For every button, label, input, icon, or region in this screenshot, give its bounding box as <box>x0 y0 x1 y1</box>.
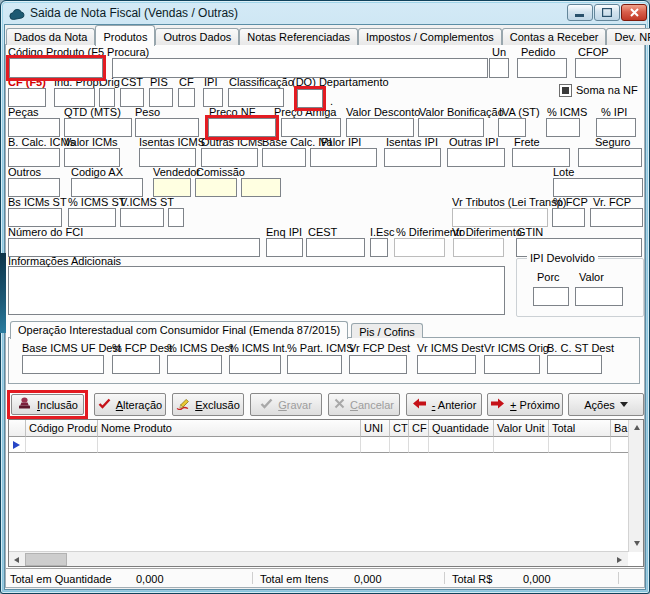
tab-outros-dados[interactable]: Outros Dados <box>155 28 239 45</box>
pedido-field[interactable] <box>517 58 567 78</box>
valor-desconto-field[interactable] <box>346 118 414 137</box>
scroll-down-button[interactable] <box>629 536 644 551</box>
comissao-field-2[interactable] <box>241 178 281 197</box>
minimize-icon <box>575 8 585 17</box>
ipi-field[interactable] <box>203 88 223 107</box>
base-calc-ipi-field[interactable] <box>262 148 306 167</box>
grid-cell[interactable] <box>26 437 98 453</box>
orig-field[interactable] <box>99 88 115 107</box>
b-calc-icms-field[interactable] <box>8 148 60 167</box>
exclusao-button[interactable]: Exclusão <box>172 393 244 416</box>
tab-notas-referenciadas[interactable]: Notas Referenciadas <box>239 28 358 45</box>
bs-icms-st-field[interactable] <box>8 208 62 227</box>
comissao-field-1[interactable] <box>195 178 237 197</box>
grid-cell[interactable] <box>549 437 611 453</box>
grid-cell[interactable] <box>611 437 628 453</box>
pis-field[interactable] <box>149 88 173 107</box>
scroll-left-button[interactable] <box>9 552 24 567</box>
grid-horizontal-scrollbar[interactable] <box>9 551 628 566</box>
pecas-field[interactable] <box>8 118 60 137</box>
subtab-operacao-interestadual[interactable]: Operação Interestadual com Consumidor Fi… <box>10 321 348 339</box>
vr-fcp-dest-field[interactable] <box>349 355 407 374</box>
anterior-button[interactable]: - Anterior <box>406 393 482 416</box>
valor-field[interactable] <box>575 287 623 306</box>
vr-fcp-field[interactable] <box>590 208 643 227</box>
seguro-field[interactable] <box>578 148 642 167</box>
iva-st-field[interactable] <box>498 118 526 137</box>
subtab-pis-cofins[interactable]: Pis / Cofins <box>351 323 423 338</box>
grid-cell[interactable] <box>429 437 494 453</box>
proximo-button[interactable]: + Próximo <box>487 393 563 416</box>
tab-impostos-complementos[interactable]: Impostos / Complementos <box>358 28 502 45</box>
scroll-up-button[interactable] <box>629 420 644 435</box>
tab-contas-a-receber[interactable]: Contas a Receber <box>502 28 607 45</box>
valor-icms-field[interactable] <box>64 148 120 167</box>
grid-cell[interactable] <box>390 437 409 453</box>
soma-na-nf-checkbox[interactable] <box>559 84 572 97</box>
peso-field[interactable] <box>135 118 199 137</box>
qtd-mts-field[interactable] <box>64 118 132 137</box>
tab-dados-da-nota[interactable]: Dados da Nota <box>6 28 95 45</box>
tab-dev-nfs[interactable]: Dev. NF(s) <box>606 28 650 45</box>
porc-field[interactable] <box>533 287 569 306</box>
outros-field[interactable] <box>8 178 60 197</box>
v-icms-st-field[interactable] <box>120 208 164 227</box>
pct-ipi-field[interactable] <box>596 118 636 137</box>
alteracao-button[interactable]: Alteração <box>94 393 166 416</box>
frete-field[interactable] <box>512 148 570 167</box>
outras-ipi-field[interactable] <box>447 148 505 167</box>
codigo-ax-field[interactable] <box>71 178 143 197</box>
tab-produtos[interactable]: Produtos <box>95 25 155 46</box>
valor-bonificacao-field[interactable] <box>418 118 484 137</box>
cfop-field[interactable] <box>575 58 621 78</box>
valor-desconto-label: Valor Desconto <box>346 107 420 118</box>
grid-cell[interactable] <box>98 437 361 453</box>
minimize-button[interactable] <box>567 4 593 21</box>
i-esc-field[interactable] <box>370 238 388 257</box>
ind-prop-field[interactable] <box>54 88 95 107</box>
grid-cell[interactable] <box>409 437 429 453</box>
informacoes-adicionais-textarea[interactable] <box>8 266 505 315</box>
vendedor-field[interactable] <box>153 178 191 197</box>
pct-icms-dest-field[interactable] <box>167 355 222 374</box>
inclusao-button[interactable]: Inclusão <box>11 394 84 415</box>
pct-fcp-field[interactable] <box>552 208 585 227</box>
valor-ipi-field[interactable] <box>310 148 377 167</box>
grid-cell[interactable] <box>361 437 390 453</box>
outras-icms-field[interactable] <box>201 148 258 167</box>
valor-icms-label: Valor ICMs <box>64 137 118 148</box>
pct-icms-st-field[interactable] <box>68 208 116 227</box>
lote-field[interactable] <box>553 178 643 197</box>
nome-produto-field[interactable] <box>112 58 488 78</box>
close-button[interactable] <box>621 4 647 21</box>
isentas-ipi-field[interactable] <box>384 148 441 167</box>
icms-st-extra-field[interactable] <box>168 208 184 227</box>
produtos-grid[interactable]: Código Produto Nome Produto UNI CT CF Qu… <box>8 419 644 567</box>
pct-fcp-dest-field[interactable] <box>112 355 160 374</box>
grid-header-nome-produto: Nome Produto <box>98 420 361 437</box>
enq-ipi-field[interactable] <box>266 238 303 257</box>
scroll-right-button[interactable] <box>612 552 627 567</box>
preco-amiga-field[interactable] <box>281 118 341 137</box>
pct-icms-field[interactable] <box>546 118 580 137</box>
base-icms-uf-dest-field[interactable] <box>22 355 104 374</box>
vr-icms-dest-field[interactable] <box>417 355 476 374</box>
isentas-icms-field[interactable] <box>139 148 196 167</box>
pct-icms-int-field[interactable] <box>229 355 281 374</box>
maximize-button[interactable] <box>594 4 620 21</box>
grid-cell[interactable] <box>494 437 549 453</box>
cf-field[interactable] <box>178 88 195 107</box>
acoes-button[interactable]: Ações <box>568 393 644 416</box>
horizontal-scroll-thumb[interactable] <box>25 553 67 566</box>
pct-part-icms-field[interactable] <box>287 355 342 374</box>
preco-nf-field[interactable] <box>208 118 276 137</box>
cst-field[interactable] <box>120 88 144 107</box>
vr-icms-orig-field[interactable] <box>484 355 540 374</box>
un-field[interactable] <box>489 58 509 78</box>
codigo-produto-field[interactable] <box>9 58 103 78</box>
grid-vertical-scrollbar[interactable] <box>628 420 643 552</box>
cf-f5-field[interactable] <box>8 88 46 107</box>
b-c-st-dest-field[interactable] <box>547 355 602 374</box>
classificacao-field[interactable] <box>228 88 284 107</box>
cest-field[interactable] <box>306 238 365 257</box>
